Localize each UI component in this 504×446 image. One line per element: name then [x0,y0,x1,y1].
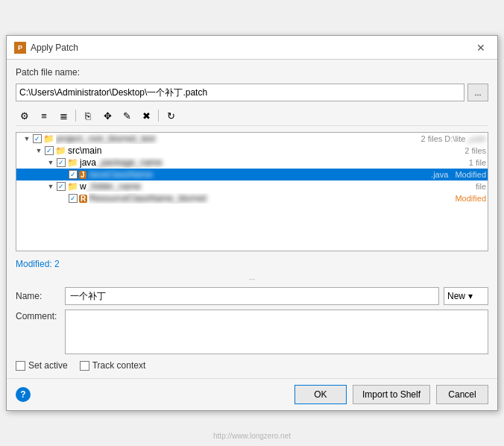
comment-textarea[interactable] [65,310,488,354]
expand-icon [58,194,67,203]
delete-icon[interactable]: ✖ [137,107,155,124]
import-to-shelf-button[interactable]: Import to Shelf [353,385,430,404]
tree-meta: 1 file [467,158,486,167]
move-icon[interactable]: ✥ [98,107,116,124]
file-tree[interactable]: ▼ 📁 project_root_blurred_text 2 files D:… [16,132,488,251]
tree-row[interactable]: R ResourceClassName_blurred Modified [16,192,488,204]
dropdown-value: New [447,291,465,301]
tree-checkbox[interactable] [57,158,66,167]
tree-meta: .java [429,170,448,179]
tree-label: JavaClassName [88,169,425,180]
collapse-all-icon[interactable]: ≣ [54,107,72,124]
toolbar-separator-1 [75,110,76,122]
apply-patch-dialog: P Apply Patch ✕ Patch file name: ... ⚙ ≡… [6,35,498,411]
name-input[interactable] [65,287,439,305]
tree-meta: file [473,182,486,191]
title-bar: P Apply Patch ✕ [7,36,497,60]
tree-label: src\main [68,145,458,156]
watermark: http://www.longzero.net [213,432,291,440]
patch-file-input[interactable] [16,84,464,101]
name-dropdown[interactable]: New ▾ [444,287,488,305]
help-icon[interactable]: ? [16,387,31,402]
comment-label: Comment: [16,310,60,321]
resize-handle[interactable]: ··· [16,277,488,281]
track-context-label: Track context [92,360,146,371]
track-context-option[interactable]: Track context [80,360,146,371]
tree-meta: 2 files D:\lite_path [419,134,487,143]
tree-meta: 2 files [462,146,486,155]
dialog-body: Patch file name: ... ⚙ ≡ ≣ ⎘ ✥ ✎ ✖ ↻ ▼ 📁 [7,60,497,378]
dialog-footer: ? OK Import to Shelf Cancel [7,378,497,410]
cancel-button[interactable]: Cancel [436,385,488,404]
tree-checkbox[interactable] [33,134,42,143]
footer-buttons: OK Import to Shelf Cancel [294,385,488,404]
expand-icon: ▼ [46,158,55,167]
status-badge: Modified [453,170,486,179]
file-path-row: ... [16,84,488,101]
title-bar-left: P Apply Patch [14,42,78,54]
modified-count: Modified: 2 [16,256,488,272]
track-context-checkbox[interactable] [80,361,89,371]
dialog-icon: P [14,42,26,54]
expand-icon: ▼ [46,182,55,191]
folder-icon: 📁 [43,134,54,144]
options-row: Set active Track context [16,360,488,371]
settings-icon[interactable]: ⚙ [16,107,34,124]
comment-row: Comment: [16,310,488,354]
resource-file-icon: R [79,195,87,203]
tree-label: ResourceClassName_blurred [89,193,448,204]
set-active-checkbox[interactable] [16,361,25,371]
tree-checkbox[interactable] [69,194,78,203]
toolbar-separator-2 [158,110,159,122]
tree-checkbox[interactable] [57,182,66,191]
tree-row[interactable]: J JavaClassName .java Modified [16,169,488,180]
java-file-icon: J [79,171,86,179]
refresh-icon[interactable]: ↻ [162,107,180,124]
tree-row[interactable]: ▼ 📁 w_folder_name file [16,180,488,192]
expand-icon [58,170,67,179]
chevron-down-icon: ▾ [468,291,473,301]
folder-icon: 📁 [67,181,78,192]
tree-label: java_package_name [80,157,462,168]
tree-row[interactable]: ▼ 📁 java_package_name 1 file [16,157,488,169]
close-button[interactable]: ✕ [472,41,490,54]
name-label: Name: [16,291,60,301]
expand-icon: ▼ [22,134,31,143]
expand-icon: ▼ [34,146,43,155]
copy-icon[interactable]: ⎘ [79,107,97,124]
folder-icon: 📁 [55,145,66,156]
edit-icon[interactable]: ✎ [118,107,136,124]
ok-button[interactable]: OK [294,385,347,404]
toolbar: ⚙ ≡ ≣ ⎘ ✥ ✎ ✖ ↻ [16,106,488,126]
tree-checkbox[interactable] [69,170,78,179]
tree-checkbox[interactable] [45,146,54,155]
name-row: Name: New ▾ [16,287,488,305]
tree-row[interactable]: ▼ 📁 project_root_blurred_text 2 files D:… [16,133,488,145]
folder-icon: 📁 [67,157,78,168]
status-badge: Modified [453,194,486,203]
dialog-title: Apply Patch [31,43,78,53]
tree-label: project_root_blurred_text [56,134,415,144]
footer-left: ? [16,387,31,402]
patch-file-label: Patch file name: [16,67,488,78]
set-active-label: Set active [28,360,68,371]
tree-label: w_folder_name [80,181,469,192]
set-active-option[interactable]: Set active [16,360,68,371]
expand-all-icon[interactable]: ≡ [35,107,53,124]
browse-button[interactable]: ... [467,84,488,101]
tree-row[interactable]: ▼ 📁 src\main 2 files [16,145,488,157]
